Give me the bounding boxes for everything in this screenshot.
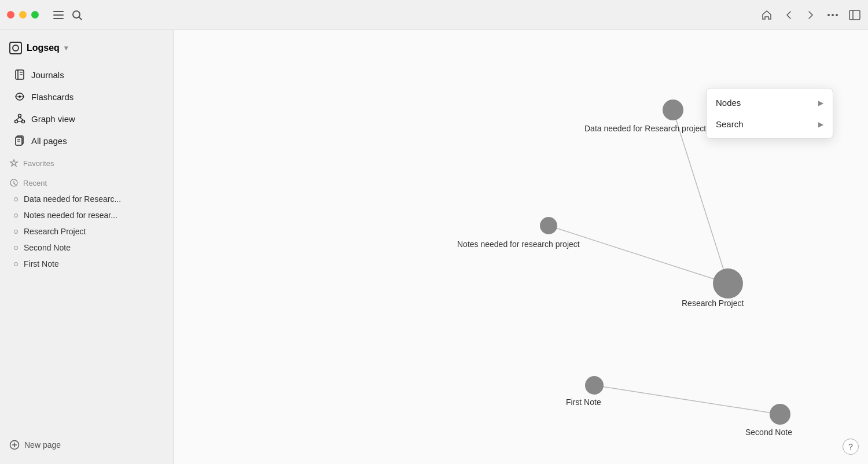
context-menu-nodes-label: Nodes [716,98,741,108]
title-bar [0,0,868,30]
recent-item-bullet [14,197,18,201]
sidebar-item-graph-view[interactable]: Graph view [5,108,168,130]
node-second-note[interactable] [770,404,790,425]
logseq-brand-icon [9,42,22,54]
node-data-needed[interactable] [663,100,683,120]
edge-first-to-second [594,385,780,414]
context-menu-nodes[interactable]: Nodes ▶ [707,92,833,113]
sidebar-item-journals[interactable]: Journals [5,64,168,86]
more-icon[interactable] [826,9,839,21]
title-bar-controls [53,9,83,21]
svg-point-5 [827,14,830,16]
hamburger-icon[interactable] [53,9,64,21]
svg-point-6 [832,14,834,16]
recent-item-first-note[interactable]: First Note [0,256,173,272]
node-research-project-label: Research Project [682,299,744,308]
svg-point-3 [73,11,80,18]
sidebar-item-graph-view-label: Graph view [31,114,75,124]
recent-item-notes-needed[interactable]: Notes needed for resear... [0,207,173,223]
star-icon [9,159,19,168]
graph-area[interactable]: Data needed for Research project Notes n… [174,30,868,464]
recent-item-bullet [14,246,18,250]
traffic-lights [7,11,39,19]
recent-item-first-note-label: First Note [24,259,59,268]
recent-item-data-needed[interactable]: Data needed for Researc... [0,191,173,207]
title-bar-right [760,9,861,21]
recent-item-data-needed-label: Data needed for Researc... [24,194,121,204]
sidebar-item-all-pages[interactable]: All pages [5,130,168,152]
svg-point-16 [19,115,21,117]
context-menu-search-label: Search [716,119,744,129]
node-data-needed-label: Data needed for Research project [584,124,706,133]
svg-line-4 [79,17,82,20]
svg-rect-1 [53,14,64,16]
svg-rect-8 [849,10,860,20]
svg-line-28 [14,183,16,185]
node-first-note-label: First Note [566,397,601,407]
new-page-label: New page [24,440,61,450]
node-research-project[interactable] [713,268,743,299]
new-page-button[interactable]: New page [9,440,164,450]
svg-point-10 [13,45,19,51]
node-second-note-label: Second Note [745,428,792,437]
svg-rect-2 [53,18,64,19]
favorites-label: Favorites [23,159,54,168]
svg-line-20 [20,117,23,120]
recent-item-notes-needed-label: Notes needed for resear... [24,211,117,220]
sidebar-brand[interactable]: Logseq ▾ [0,37,173,64]
main-layout: Logseq ▾ Journals [0,30,868,464]
sidebar: Logseq ▾ Journals [0,30,174,464]
sidebar-item-journals-label: Journals [31,70,64,80]
node-first-note[interactable] [585,376,604,395]
svg-line-19 [16,117,20,120]
recent-item-second-note-label: Second Note [24,243,71,252]
maximize-button[interactable] [31,11,39,19]
recent-item-bullet [14,262,18,266]
svg-point-17 [15,120,18,123]
help-label: ? [848,442,853,451]
sidebar-item-flashcards-label: Flashcards [31,92,73,102]
recent-item-bullet [14,230,18,234]
clock-icon [9,178,19,187]
recent-item-bullet [14,213,18,218]
brand-label: Logseq [27,43,60,53]
edge-notes-to-research [549,226,728,283]
sidebar-item-all-pages-label: All pages [31,136,67,146]
node-notes-needed[interactable] [540,217,557,234]
recent-item-second-note[interactable]: Second Note [0,240,173,256]
recent-item-research-project-label: Research Project [24,227,86,236]
journals-icon [14,69,25,80]
search-icon[interactable] [71,9,83,21]
flashcards-icon [14,91,25,102]
back-icon[interactable] [782,9,795,21]
minimize-button[interactable] [19,11,27,19]
svg-rect-0 [53,11,64,12]
brand-chevron: ▾ [64,44,68,52]
recent-label: Recent [23,179,47,187]
context-menu: Nodes ▶ Search ▶ [706,88,833,139]
sidebar-toggle-icon[interactable] [848,9,861,21]
context-menu-search-arrow: ▶ [818,120,823,128]
plus-circle-icon [9,440,20,450]
context-menu-search[interactable]: Search ▶ [707,113,833,135]
close-button[interactable] [7,11,14,19]
context-menu-nodes-arrow: ▶ [818,99,823,107]
svg-point-7 [836,14,838,16]
help-button[interactable]: ? [843,439,859,455]
home-icon[interactable] [760,9,773,21]
recent-item-research-project[interactable]: Research Project [0,223,173,240]
recent-section-header: Recent [0,171,173,191]
favorites-section-header: Favorites [0,152,173,171]
forward-icon[interactable] [804,9,817,21]
svg-point-18 [22,120,25,123]
all-pages-icon [14,135,25,146]
sidebar-item-flashcards[interactable]: Flashcards [5,86,168,108]
graph-view-icon [14,113,25,124]
sidebar-footer: New page [0,433,173,457]
node-notes-needed-label: Notes needed for research project [457,240,580,249]
